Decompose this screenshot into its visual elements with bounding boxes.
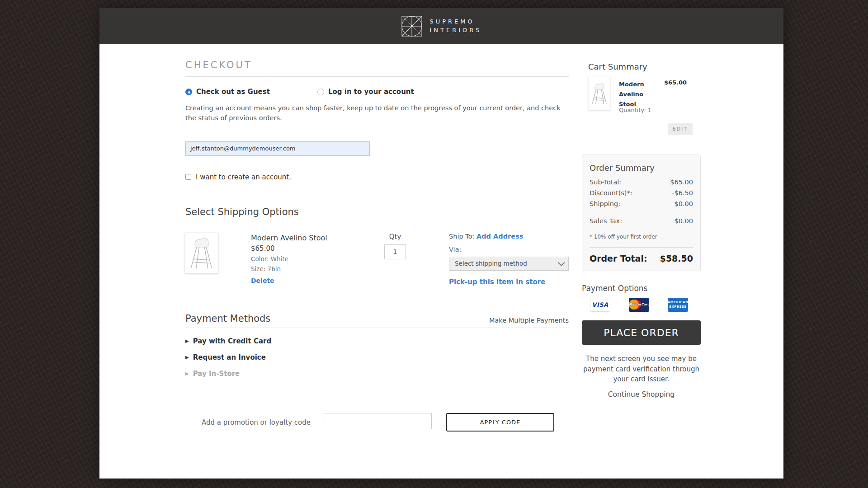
amex-icon: AMERICAN EXPRESS bbox=[668, 298, 688, 312]
amex-text-line1: AMERICAN bbox=[668, 300, 688, 305]
payment-methods-header: Payment Methods Make Multiple Payments bbox=[185, 313, 569, 328]
expand-arrow-icon: ▶ bbox=[185, 355, 189, 360]
continue-shopping-link[interactable]: Continue Shopping bbox=[582, 390, 701, 399]
brand-name-line1: SUPREMO bbox=[429, 18, 481, 26]
cart-item-quantity: Quantity: 1 bbox=[619, 107, 651, 113]
brand-logo-icon bbox=[401, 15, 423, 37]
guest-checkout-label: Check out as Guest bbox=[196, 88, 270, 96]
amex-text-line2: EXPRESS bbox=[669, 305, 687, 309]
sales-tax-row: Sales Tax: $0.00 bbox=[590, 217, 693, 225]
discount-row: Discount(s)*: -$6.50 bbox=[590, 189, 693, 197]
order-sidebar: Cart Summary Modern Avelino bbox=[582, 44, 701, 399]
promo-code-label: Add a promotion or loyalty code bbox=[202, 418, 311, 427]
add-address-link[interactable]: Add Address bbox=[476, 233, 523, 240]
shipping-section-title: Select Shipping Options bbox=[185, 206, 569, 217]
pay-credit-card-label: Pay with Credit Card bbox=[193, 337, 271, 345]
login-label: Log in to your account bbox=[328, 88, 414, 96]
promo-code-row: Add a promotion or loyalty code APPLY CO… bbox=[185, 413, 569, 433]
cart-item-name: Modern Avelino Stool bbox=[619, 80, 662, 109]
expand-arrow-icon: ▶ bbox=[185, 338, 189, 343]
place-order-button[interactable]: PLACE ORDER bbox=[582, 320, 701, 345]
discount-value: -$6.50 bbox=[672, 189, 693, 197]
ship-to-line: Ship To: Add Address bbox=[449, 233, 569, 240]
order-summary-title: Order Summary bbox=[590, 163, 693, 173]
order-total-row: Order Total: $58.50 bbox=[590, 253, 693, 263]
order-total-label: Order Total: bbox=[590, 253, 647, 263]
pickup-in-store-link[interactable]: Pick-up this item in store bbox=[449, 278, 545, 286]
multiple-payments-link[interactable]: Make Multiple Payments bbox=[489, 317, 569, 324]
product-size: Size: 76in bbox=[251, 265, 327, 272]
payment-options-title: Payment Options bbox=[582, 284, 701, 293]
mastercard-icon: MasterCard bbox=[629, 298, 649, 312]
create-account-checkbox[interactable] bbox=[185, 174, 191, 180]
discount-label: Discount(s)*: bbox=[590, 189, 632, 197]
payment-methods-accordion: ▶ Pay with Credit Card ▶ Request an Invo… bbox=[185, 336, 569, 379]
order-summary-divider bbox=[590, 247, 693, 248]
sales-tax-value: $0.00 bbox=[674, 217, 693, 225]
page-card: SUPREMO INTERIORS CHECKOUT Check out as … bbox=[99, 8, 783, 479]
ship-to-block: Ship To: Add Address Via: Select shippin… bbox=[449, 233, 569, 286]
brand-name-line2: INTERIORS bbox=[429, 26, 481, 35]
cart-item: Modern Avelino Stool Quantity: 1 $65.00 … bbox=[582, 77, 701, 136]
create-account-label: I want to create an account. bbox=[196, 173, 291, 181]
ship-to-label: Ship To: bbox=[449, 233, 476, 240]
delete-item-link[interactable]: Delete bbox=[251, 277, 274, 284]
quantity-input[interactable] bbox=[384, 244, 406, 259]
via-label: Via: bbox=[449, 246, 569, 253]
promo-code-input[interactable] bbox=[324, 413, 432, 429]
cart-summary-title: Cart Summary bbox=[588, 62, 701, 71]
product-color: Color: White bbox=[251, 255, 327, 263]
pay-in-store-label: Pay In-Store bbox=[193, 370, 240, 378]
apply-code-button[interactable]: APPLY CODE bbox=[446, 413, 554, 432]
login-radio[interactable]: Log in to your account bbox=[317, 88, 414, 96]
checkout-mode-radio-group: Check out as Guest Log in to your accoun… bbox=[185, 87, 569, 96]
discount-note: * 10% off your first order bbox=[590, 234, 693, 240]
quantity-label: Qty bbox=[384, 233, 406, 241]
brand-name: SUPREMO INTERIORS bbox=[429, 18, 481, 35]
payment-methods-title: Payment Methods bbox=[185, 313, 270, 324]
radio-selected-icon[interactable] bbox=[185, 89, 192, 95]
quantity-block: Qty bbox=[384, 233, 406, 259]
subtotal-label: Sub-Total: bbox=[590, 178, 621, 186]
radio-unselected-icon[interactable] bbox=[317, 89, 324, 95]
cart-item-thumbnail bbox=[588, 77, 610, 110]
site-header: SUPREMO INTERIORS bbox=[99, 8, 783, 44]
visa-icon: VISA bbox=[590, 298, 610, 312]
expand-arrow-icon: ▶ bbox=[185, 371, 189, 376]
mastercard-text: MasterCard bbox=[629, 303, 649, 306]
shipping-item-row: Modern Avelino Stool $65.00 Color: White… bbox=[185, 233, 569, 291]
checkout-title-row: CHECKOUT bbox=[185, 60, 569, 77]
pay-credit-card-accordion[interactable]: ▶ Pay with Credit Card bbox=[185, 336, 569, 346]
section-divider bbox=[185, 453, 569, 453]
pay-in-store-accordion[interactable]: ▶ Pay In-Store bbox=[185, 369, 569, 379]
shipping-cost-row: Shipping: $0.00 bbox=[590, 200, 693, 207]
product-price: $65.00 bbox=[251, 244, 327, 253]
card-verification-note: The next screen you see may be payment c… bbox=[582, 354, 701, 385]
shipping-cost-label: Shipping: bbox=[590, 200, 620, 207]
page-title: CHECKOUT bbox=[185, 60, 569, 70]
checkout-main-column: CHECKOUT Check out as Guest Log in to yo… bbox=[185, 44, 569, 453]
request-invoice-label: Request an Invoice bbox=[193, 353, 266, 361]
edit-cart-button[interactable]: EDIT bbox=[668, 123, 693, 135]
create-account-row: I want to create an account. bbox=[185, 173, 569, 181]
subtotal-row: Sub-Total: $65.00 bbox=[590, 178, 693, 186]
guest-checkout-radio[interactable]: Check out as Guest bbox=[185, 88, 270, 96]
sales-tax-label: Sales Tax: bbox=[590, 217, 622, 225]
order-summary-box: Order Summary Sub-Total: $65.00 Discount… bbox=[582, 155, 701, 271]
cart-item-price: $65.00 bbox=[664, 79, 687, 86]
shipping-cost-value: $0.00 bbox=[674, 200, 693, 207]
subtotal-value: $65.00 bbox=[670, 178, 693, 186]
accepted-cards-row: VISA MasterCard AMERICAN EXPRESS bbox=[582, 298, 701, 312]
shipping-method-value: Select shipping method bbox=[455, 260, 527, 267]
visa-text: VISA bbox=[592, 301, 608, 308]
account-info-text: Creating an account means you can shop f… bbox=[185, 103, 567, 123]
product-image bbox=[185, 233, 218, 273]
product-details: Modern Avelino Stool $65.00 Color: White… bbox=[251, 234, 327, 285]
cart-item-name-line1: Modern bbox=[619, 80, 662, 89]
shipping-method-select[interactable]: Select shipping method bbox=[449, 257, 569, 271]
chevron-down-icon bbox=[558, 259, 565, 267]
order-total-value: $58.50 bbox=[660, 253, 693, 263]
product-name: Modern Avelino Stool bbox=[251, 234, 327, 242]
request-invoice-accordion[interactable]: ▶ Request an Invoice bbox=[185, 352, 569, 362]
email-input[interactable] bbox=[185, 141, 370, 156]
